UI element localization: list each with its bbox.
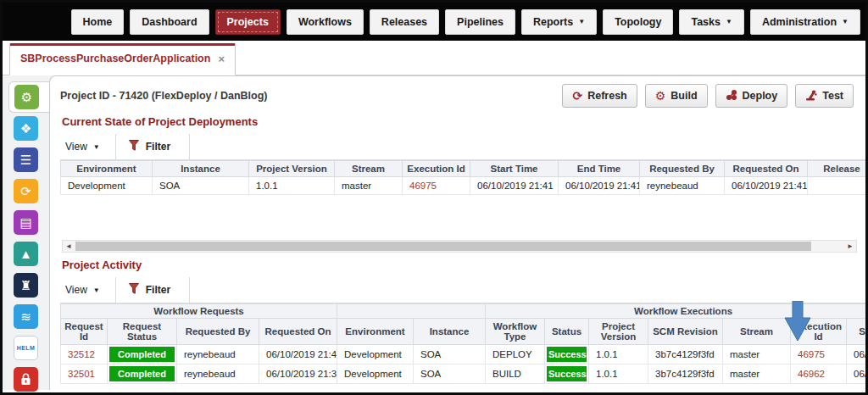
sidebar-item-clipboard[interactable]: ▤ (8, 207, 49, 238)
docker-icon: ≋ (14, 304, 38, 329)
cell-requested-by: reynebeaud (177, 345, 259, 364)
column-header[interactable]: Requested On (259, 319, 337, 345)
cell-status: Success (545, 345, 589, 364)
column-header[interactable]: Release (808, 161, 866, 177)
nav-home[interactable]: Home (71, 9, 125, 35)
button-label: Deploy (743, 90, 778, 102)
group-workflow-executions: Workflow Executions (486, 304, 866, 319)
column-header[interactable]: Project Version (589, 319, 648, 345)
nav-reports[interactable]: Reports▼ (521, 9, 597, 35)
view-menu-button[interactable]: View ▼ (60, 134, 115, 159)
workflows-icon: ❖ (14, 116, 38, 141)
nav-administration[interactable]: Administration▼ (750, 9, 860, 35)
table-row[interactable]: 32501 Completed reynebeaud 06/10/2019 21… (61, 364, 866, 384)
column-header[interactable]: Request Status (108, 319, 177, 345)
status-badge: Success (547, 347, 587, 362)
column-header[interactable]: Requested By (177, 319, 259, 345)
sidebar-item-helm[interactable]: HELM (8, 332, 49, 364)
filter-button[interactable]: Filter (116, 134, 189, 159)
nav-label: Home (83, 16, 113, 28)
cell-end-time: 06/10/2019 21:41 (559, 177, 640, 195)
sidebar-item-security[interactable] (8, 364, 49, 395)
top-nav-bar: Home Dashboard Projects Workflows Releas… (3, 3, 865, 41)
table-row[interactable]: Development SOA 1.0.1 master 46975 06/10… (61, 177, 866, 195)
column-header[interactable]: Execution Id (791, 319, 847, 345)
cell-stream: master (335, 177, 403, 195)
column-header[interactable]: Status (545, 319, 589, 345)
column-header[interactable]: Instance (153, 161, 249, 177)
cell-project-version: 1.0.1 (589, 364, 648, 384)
nav-topology[interactable]: Topology (603, 9, 673, 35)
tab-project[interactable]: SBProcessPurchaseOrderApplication × (9, 43, 236, 75)
column-header[interactable]: Environment (337, 319, 414, 345)
scrollbar-thumb[interactable] (75, 242, 811, 251)
cell-requested-on: 06/10/2019 21:41 (725, 177, 808, 195)
activity-section-title: Project Activity (62, 259, 865, 271)
execution-id-link[interactable]: 46962 (791, 364, 847, 384)
nav-workflows[interactable]: Workflows (287, 9, 364, 35)
sidebar-item-docker[interactable]: ≋ (8, 301, 49, 332)
cell-instance: SOA (153, 177, 249, 195)
column-header[interactable]: Stream (723, 319, 791, 345)
request-id-link[interactable]: 32512 (61, 345, 108, 364)
button-label: Refresh (587, 90, 627, 102)
nav-label: Workflows (298, 16, 352, 28)
column-header[interactable]: Request Id (61, 319, 108, 345)
deployments-section-title: Current State of Project Deployments (62, 115, 865, 128)
column-header[interactable]: Requested On (725, 161, 808, 177)
sidebar-item-sync[interactable]: ⟳ (8, 175, 49, 207)
status-badge: Completed (109, 366, 175, 381)
gear-icon: ⚙ (655, 90, 666, 102)
column-header[interactable]: Start Time (470, 161, 559, 177)
column-header[interactable]: Instance (414, 319, 486, 345)
column-header[interactable]: End Time (559, 161, 640, 177)
column-header[interactable]: Stream (335, 161, 403, 177)
deploy-button[interactable]: Deploy (715, 84, 788, 108)
group-spacer (337, 304, 486, 319)
column-header[interactable]: SCM Revision (648, 319, 723, 345)
nav-projects[interactable]: Projects (215, 9, 281, 35)
filter-label: Filter (146, 284, 170, 296)
column-header[interactable]: Environment (61, 161, 153, 177)
nav-tasks[interactable]: Tasks▼ (679, 9, 743, 35)
cell-environment: Development (337, 345, 414, 364)
sidebar-item-test-automation[interactable]: ♜ (8, 270, 49, 301)
column-header[interactable]: Project Version (249, 161, 335, 177)
build-button[interactable]: ⚙ Build (645, 84, 708, 108)
scroll-left-icon[interactable]: ◄ (63, 241, 75, 252)
nav-releases[interactable]: Releases (370, 9, 439, 35)
view-label: View (65, 284, 87, 296)
test-button[interactable]: Test (795, 84, 854, 108)
main-area: ⚙ ❖ ☰ ⟳ ▤ ▲ ♜ ≋ HELM Project ID - 71420 … (3, 75, 865, 390)
status-badge: Completed (109, 347, 175, 362)
sidebar-rail: ⚙ ❖ ☰ ⟳ ▤ ▲ ♜ ≋ HELM (3, 75, 49, 390)
chevron-down-icon: ▼ (93, 143, 100, 151)
column-header[interactable]: Requested By (640, 161, 725, 177)
nav-dashboard[interactable]: Dashboard (130, 9, 209, 35)
group-header-row: Workflow Requests Workflow Executions (61, 304, 866, 319)
sidebar-item-workflows[interactable]: ❖ (8, 113, 49, 144)
refresh-button[interactable]: ⟳ Refresh (562, 84, 637, 108)
scroll-right-icon[interactable]: ► (844, 241, 856, 252)
execution-id-link[interactable]: 46975 (403, 177, 470, 195)
nav-label: Releases (381, 16, 427, 28)
sidebar-item-projects[interactable]: ⚙ (8, 81, 49, 113)
view-menu-button[interactable]: View ▼ (60, 277, 115, 303)
execution-id-link[interactable]: 46975 (791, 345, 847, 364)
nav-label: Reports (533, 16, 573, 28)
table-row[interactable]: 32512 Completed reynebeaud 06/10/2019 21… (61, 345, 866, 364)
horizontal-scrollbar[interactable]: ◄ ► (62, 240, 857, 253)
column-header[interactable]: Workflow Type (486, 319, 545, 345)
column-header[interactable]: Execution Id (403, 161, 470, 177)
nav-pipelines[interactable]: Pipelines (445, 9, 515, 35)
column-header[interactable]: St (847, 319, 866, 345)
sidebar-item-environments[interactable]: ☰ (8, 144, 49, 175)
helm-icon: HELM (14, 336, 38, 360)
view-label: View (65, 141, 87, 153)
deployments-header-row: Environment Instance Project Version Str… (61, 161, 866, 177)
sync-icon: ⟳ (14, 179, 38, 203)
close-icon[interactable]: × (218, 53, 225, 65)
request-id-link[interactable]: 32501 (61, 364, 108, 384)
sidebar-item-topology[interactable]: ▲ (8, 238, 49, 270)
filter-button[interactable]: Filter (116, 277, 189, 303)
